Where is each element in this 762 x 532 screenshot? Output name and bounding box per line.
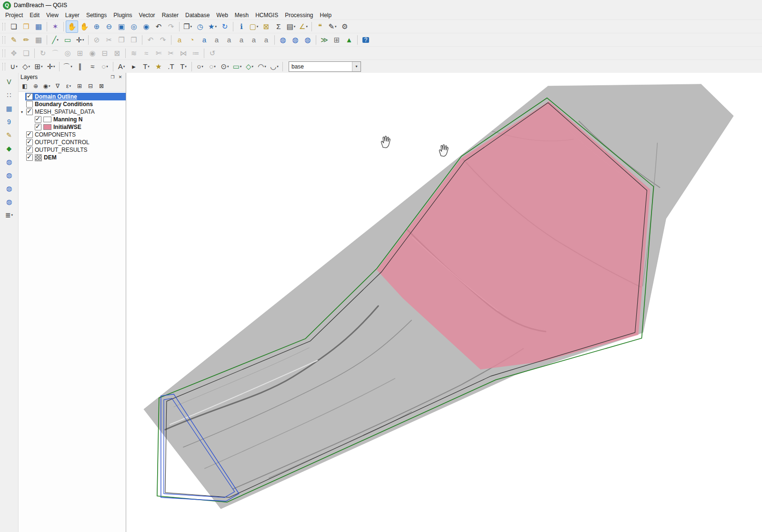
change-label-properties[interactable]: a bbox=[260, 34, 272, 46]
vector-layer-item[interactable]: Manning N bbox=[34, 116, 126, 123]
annotation-properties[interactable]: T▾ bbox=[177, 60, 190, 73]
hcmgis-tools[interactable]: ▲ bbox=[343, 34, 355, 46]
help-contents[interactable]: ? bbox=[360, 34, 372, 46]
new-text-annotation-dropdown[interactable]: ▾ bbox=[148, 65, 150, 69]
toolbar-grip[interactable] bbox=[2, 36, 5, 44]
chevron-down-icon[interactable]: ▾ bbox=[352, 62, 361, 71]
zoom-out[interactable]: ⊖ bbox=[103, 20, 115, 33]
layer-symbology-swatch[interactable] bbox=[43, 124, 51, 130]
enable-snapping-dropdown[interactable]: ▾ bbox=[16, 65, 18, 69]
measure-line-dropdown[interactable]: ▾ bbox=[306, 25, 308, 29]
circle-from-3-points-dropdown[interactable]: ▾ bbox=[214, 65, 216, 69]
menu-processing[interactable]: Processing bbox=[281, 11, 316, 19]
main-annotation-layer[interactable]: A▾ bbox=[115, 60, 128, 73]
processing-toolbox[interactable]: ⚙ bbox=[339, 20, 351, 33]
dock-panel[interactable]: ❐ bbox=[109, 73, 116, 80]
select-annotation[interactable]: ▸ bbox=[128, 60, 140, 73]
menu-mesh[interactable]: Mesh bbox=[231, 11, 252, 19]
menu-project[interactable]: Project bbox=[2, 11, 26, 19]
map-tips[interactable]: ❝ bbox=[314, 20, 326, 33]
filter-legend[interactable]: ∇ bbox=[52, 81, 63, 91]
map-theme-combobox[interactable]: base▾ bbox=[289, 61, 361, 72]
move-label-diagram[interactable]: a bbox=[235, 34, 248, 46]
layer-visibility-checkbox[interactable] bbox=[26, 101, 33, 108]
open-layer-styling-panel[interactable]: ◧ bbox=[20, 81, 30, 91]
layer-visibility-checkbox[interactable] bbox=[35, 124, 41, 130]
expand-all[interactable]: ⊞ bbox=[74, 81, 85, 91]
layer-options[interactable]: ≣▾ bbox=[3, 209, 15, 221]
identify-features[interactable]: ℹ bbox=[235, 20, 248, 33]
menu-hcmgis[interactable]: HCMGIS bbox=[252, 11, 281, 19]
layer-label[interactable]: MESH_SPATIAL_DATA bbox=[35, 108, 95, 115]
layer-label[interactable]: OUTPUT_CONTROL bbox=[35, 139, 90, 146]
zoom-in[interactable]: ⊕ bbox=[90, 20, 103, 33]
vector-layer-item[interactable]: Boundary Conditions bbox=[25, 100, 126, 108]
add-xyz-layer[interactable]: ◍ bbox=[3, 182, 15, 195]
add-polygon-feature[interactable]: ▭ bbox=[61, 34, 74, 46]
menu-raster[interactable]: Raster bbox=[159, 11, 182, 19]
save-layer-edits[interactable]: ▦ bbox=[32, 34, 45, 46]
new-project[interactable]: ❏ bbox=[8, 20, 20, 33]
select-features-dropdown[interactable]: ▾ bbox=[257, 25, 259, 29]
new-map-view[interactable]: ❐▾ bbox=[181, 20, 194, 33]
layer-visibility-checkbox[interactable] bbox=[26, 147, 33, 153]
measure-line[interactable]: ∠▾ bbox=[297, 20, 310, 33]
filter-by-expression-dropdown[interactable]: ▾ bbox=[69, 84, 71, 88]
current-edits[interactable]: ✎ bbox=[8, 34, 20, 46]
circle-from-2-points[interactable]: ○▾ bbox=[194, 60, 206, 73]
layer-symbology-swatch[interactable] bbox=[43, 117, 51, 122]
menu-layer[interactable]: Layer bbox=[62, 11, 83, 19]
refresh-map[interactable]: ↻ bbox=[219, 20, 231, 33]
raster-layer-item[interactable]: DEM bbox=[25, 154, 126, 161]
group-item[interactable]: OUTPUT_CONTROL bbox=[25, 138, 126, 146]
pan-map[interactable]: ✋ bbox=[66, 20, 78, 33]
enable-tracing-dropdown[interactable]: ▾ bbox=[70, 65, 72, 69]
layer-visibility-checkbox[interactable] bbox=[26, 139, 33, 146]
group-expander[interactable]: ▾ bbox=[19, 108, 25, 116]
ellipse-from-center-dropdown[interactable]: ▾ bbox=[227, 65, 229, 69]
layer-visibility-checkbox[interactable] bbox=[26, 108, 33, 115]
add-wms-layer[interactable]: ◍ bbox=[3, 169, 15, 181]
menu-view[interactable]: View bbox=[43, 11, 62, 19]
toolbar-grip[interactable] bbox=[2, 23, 5, 30]
manage-map-themes[interactable]: ◉▾ bbox=[41, 81, 52, 91]
snapping-on-intersection[interactable]: ✛▾ bbox=[45, 60, 57, 73]
python-console[interactable]: ≫ bbox=[318, 34, 331, 46]
enable-tracing[interactable]: ⌒▾ bbox=[61, 60, 74, 73]
topological-editing[interactable]: ⊞▾ bbox=[32, 60, 45, 73]
open-attribute-table[interactable]: ▤▾ bbox=[285, 20, 297, 33]
toolbar-grip[interactable] bbox=[2, 63, 5, 70]
map-canvas[interactable] bbox=[126, 73, 762, 532]
self-snapping-dropdown[interactable]: ▾ bbox=[106, 65, 108, 69]
new-marker-annotation[interactable]: ★ bbox=[152, 60, 165, 73]
plugin-manager[interactable]: ⊞ bbox=[331, 34, 343, 46]
collapse-all[interactable]: ⊟ bbox=[85, 81, 96, 91]
self-snapping[interactable]: ◌▾ bbox=[99, 60, 111, 73]
vector-layer-item[interactable]: InitialWSE bbox=[34, 123, 126, 131]
circular-string-dropdown[interactable]: ▾ bbox=[264, 65, 266, 69]
enable-snapping[interactable]: ∪▾ bbox=[8, 60, 20, 73]
layer-visibility-checkbox[interactable] bbox=[35, 116, 41, 123]
menu-web[interactable]: Web bbox=[213, 11, 231, 19]
vertex-tool-dropdown[interactable]: ▾ bbox=[82, 38, 84, 42]
regular-polygon[interactable]: ◇▾ bbox=[243, 60, 256, 73]
layer-labeling-options[interactable]: a bbox=[173, 34, 186, 46]
new-spatial-bookmark[interactable]: ★▾ bbox=[206, 20, 219, 33]
manage-map-themes-dropdown[interactable]: ▾ bbox=[49, 84, 50, 88]
new-map-view-dropdown[interactable]: ▾ bbox=[190, 25, 192, 29]
new-text-along-line[interactable]: .T bbox=[165, 60, 177, 73]
main-annotation-layer-dropdown[interactable]: ▾ bbox=[123, 65, 125, 69]
annotation-properties-dropdown[interactable]: ▾ bbox=[185, 65, 187, 69]
pan-map-to-selection[interactable]: ✋ bbox=[78, 20, 90, 33]
rectangle-from-extent[interactable]: ▭▾ bbox=[231, 60, 243, 73]
open-project[interactable]: ❒ bbox=[20, 20, 32, 33]
zoom-to-selection[interactable]: ◎ bbox=[128, 20, 140, 33]
toggle-editing[interactable]: ✏ bbox=[20, 34, 32, 46]
snapping-type[interactable]: ◇▾ bbox=[20, 60, 32, 73]
menu-database[interactable]: Database bbox=[182, 11, 213, 19]
zoom-to-layer[interactable]: ◉ bbox=[140, 20, 152, 33]
vertex-tool[interactable]: ✛▾ bbox=[74, 34, 86, 46]
circle-from-3-points[interactable]: ◌▾ bbox=[206, 60, 219, 73]
zoom-last[interactable]: ↶ bbox=[152, 20, 165, 33]
group-item[interactable]: OUTPUT_RESULTS bbox=[25, 146, 126, 154]
